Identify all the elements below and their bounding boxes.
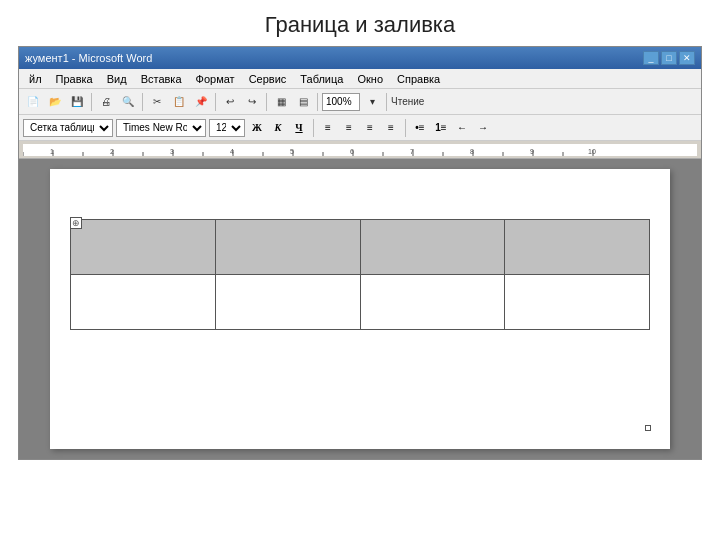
justify-button[interactable]: ≡ bbox=[382, 119, 400, 137]
ruler-scale: 1 2 3 4 5 6 7 8 9 10 bbox=[23, 144, 697, 156]
format-sep-2 bbox=[405, 119, 406, 137]
new-button[interactable]: 📄 bbox=[23, 92, 43, 112]
toolbar-sep-3 bbox=[215, 93, 216, 111]
close-button[interactable]: ✕ bbox=[679, 51, 695, 65]
svg-text:2: 2 bbox=[110, 148, 114, 155]
table-cell[interactable] bbox=[71, 275, 216, 330]
bold-button[interactable]: Ж bbox=[248, 119, 266, 137]
toolbar-sep-5 bbox=[317, 93, 318, 111]
redo-button[interactable]: ↪ bbox=[242, 92, 262, 112]
align-left-button[interactable]: ≡ bbox=[319, 119, 337, 137]
table-row bbox=[71, 275, 650, 330]
document-area: ⊕ bbox=[19, 159, 701, 459]
align-center-button[interactable]: ≡ bbox=[340, 119, 358, 137]
undo-button[interactable]: ↩ bbox=[220, 92, 240, 112]
reading-label: Чтение bbox=[391, 96, 424, 107]
zoom-value: 100% bbox=[326, 96, 352, 107]
save-button[interactable]: 💾 bbox=[67, 92, 87, 112]
menu-view[interactable]: Вид bbox=[101, 71, 133, 87]
format-sep-1 bbox=[313, 119, 314, 137]
menu-table[interactable]: Таблица bbox=[294, 71, 349, 87]
increase-indent-button[interactable]: → bbox=[474, 119, 492, 137]
table-cell[interactable] bbox=[505, 220, 650, 275]
svg-text:7: 7 bbox=[410, 148, 414, 155]
list-bullet-button[interactable]: •≡ bbox=[411, 119, 429, 137]
menu-edit[interactable]: Правка bbox=[50, 71, 99, 87]
paste-button[interactable]: 📌 bbox=[191, 92, 211, 112]
table-cell[interactable] bbox=[505, 275, 650, 330]
menu-file[interactable]: йл bbox=[23, 71, 48, 87]
toolbar-sep-6 bbox=[386, 93, 387, 111]
size-select[interactable]: 12 bbox=[209, 119, 245, 137]
title-bar: жумент1 - Microsoft Word _ □ ✕ bbox=[19, 47, 701, 69]
format-bar: Сетка таблицы Times New Roman 12 Ж К Ч ≡… bbox=[19, 115, 701, 141]
title-bar-controls: _ □ ✕ bbox=[643, 51, 695, 65]
menu-window[interactable]: Окно bbox=[351, 71, 389, 87]
title-bar-text: жумент1 - Microsoft Word bbox=[25, 52, 152, 64]
toolbar-sep-1 bbox=[91, 93, 92, 111]
svg-text:6: 6 bbox=[350, 148, 354, 155]
columns-button[interactable]: ▤ bbox=[293, 92, 313, 112]
zoom-select[interactable]: 100% bbox=[322, 93, 360, 111]
cut-button[interactable]: ✂ bbox=[147, 92, 167, 112]
word-page[interactable]: ⊕ bbox=[50, 169, 670, 449]
decrease-indent-button[interactable]: ← bbox=[453, 119, 471, 137]
menu-format[interactable]: Формат bbox=[190, 71, 241, 87]
table-resize-handle[interactable] bbox=[645, 425, 651, 431]
table-cell[interactable] bbox=[71, 220, 216, 275]
menu-bar: йл Правка Вид Вставка Формат Сервис Табл… bbox=[19, 69, 701, 89]
svg-text:3: 3 bbox=[170, 148, 174, 155]
menu-tools[interactable]: Сервис bbox=[243, 71, 293, 87]
svg-text:10: 10 bbox=[588, 148, 596, 155]
menu-help[interactable]: Справка bbox=[391, 71, 446, 87]
copy-button[interactable]: 📋 bbox=[169, 92, 189, 112]
main-toolbar: 📄 📂 💾 🖨 🔍 ✂ 📋 📌 ↩ ↪ ▦ ▤ 100% ▾ Чтение bbox=[19, 89, 701, 115]
ruler: 1 2 3 4 5 6 7 8 9 10 bbox=[19, 141, 701, 159]
svg-text:5: 5 bbox=[290, 148, 294, 155]
table-cell[interactable] bbox=[215, 275, 360, 330]
open-button[interactable]: 📂 bbox=[45, 92, 65, 112]
svg-text:4: 4 bbox=[230, 148, 234, 155]
list-number-button[interactable]: 1≡ bbox=[432, 119, 450, 137]
print-button[interactable]: 🖨 bbox=[96, 92, 116, 112]
toolbar-sep-2 bbox=[142, 93, 143, 111]
minimize-button[interactable]: _ bbox=[643, 51, 659, 65]
table-row bbox=[71, 220, 650, 275]
style-select[interactable]: Сетка таблицы bbox=[23, 119, 113, 137]
word-window: жумент1 - Microsoft Word _ □ ✕ йл Правка… bbox=[18, 46, 702, 460]
table-move-handle[interactable]: ⊕ bbox=[70, 217, 82, 229]
svg-text:1: 1 bbox=[50, 148, 54, 155]
align-right-button[interactable]: ≡ bbox=[361, 119, 379, 137]
table-cell[interactable] bbox=[360, 220, 505, 275]
svg-text:9: 9 bbox=[530, 148, 534, 155]
italic-button[interactable]: К bbox=[269, 119, 287, 137]
word-table[interactable] bbox=[70, 219, 650, 330]
maximize-button[interactable]: □ bbox=[661, 51, 677, 65]
page-title: Граница и заливка bbox=[0, 0, 720, 46]
zoom-dropdown[interactable]: ▾ bbox=[362, 92, 382, 112]
table-button[interactable]: ▦ bbox=[271, 92, 291, 112]
toolbar-sep-4 bbox=[266, 93, 267, 111]
print-preview-button[interactable]: 🔍 bbox=[118, 92, 138, 112]
table-cell[interactable] bbox=[360, 275, 505, 330]
table-cell[interactable] bbox=[215, 220, 360, 275]
underline-button[interactable]: Ч bbox=[290, 119, 308, 137]
svg-text:8: 8 bbox=[470, 148, 474, 155]
menu-insert[interactable]: Вставка bbox=[135, 71, 188, 87]
font-select[interactable]: Times New Roman bbox=[116, 119, 206, 137]
